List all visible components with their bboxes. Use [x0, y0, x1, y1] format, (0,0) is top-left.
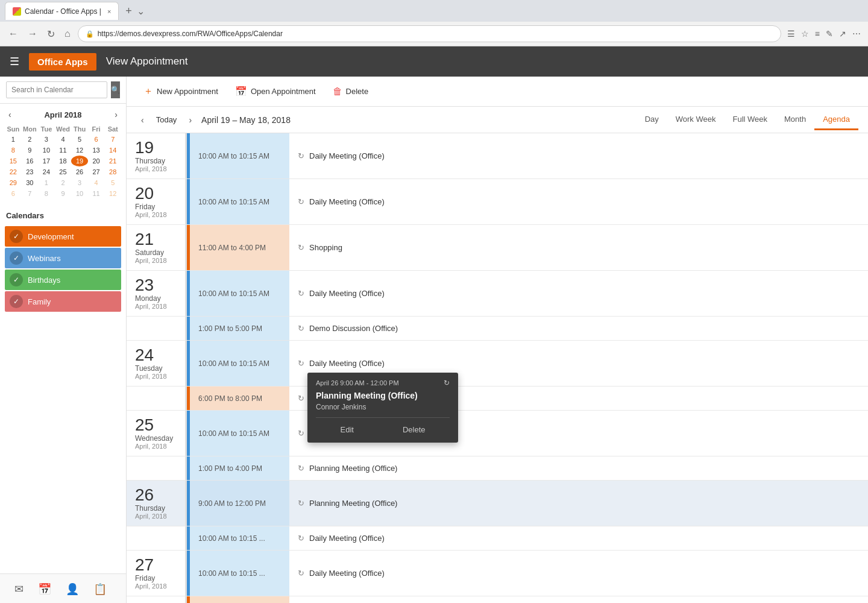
agenda-event-cell[interactable]: ↻ Demo Discussion (Office) — [289, 317, 868, 340]
cal-view-tab-month[interactable]: Month — [776, 110, 814, 130]
agenda-event-cell[interactable]: ↻ Shopping — [289, 225, 868, 270]
tooltip-refresh-icon[interactable]: ↻ — [444, 379, 450, 387]
mini-cal-day[interactable]: 12 — [104, 188, 121, 199]
cal-view-tab-agenda[interactable]: Agenda — [814, 110, 858, 130]
mini-cal-day[interactable]: 9 — [55, 188, 72, 199]
more-icon[interactable]: ⋯ — [851, 28, 862, 40]
agenda-event-row[interactable]: 24 Tuesday April, 2018 10:00 AM to 10:15… — [127, 341, 868, 387]
mini-cal-day[interactable]: 7 — [22, 188, 39, 199]
mini-cal-day[interactable]: 1 — [38, 177, 55, 188]
agenda-event-cell[interactable]: ↻ Daily Meeting (Office) — [289, 271, 868, 316]
calendar-item[interactable]: ✓ Development — [5, 226, 121, 247]
mini-cal-day[interactable]: 30 — [22, 177, 39, 188]
cal-view-tab-full-week[interactable]: Full Week — [724, 110, 776, 130]
new-appointment-btn[interactable]: ＋ New Appointment — [136, 81, 225, 101]
tab-overflow-btn[interactable]: ⌄ — [137, 5, 145, 17]
mini-cal-day[interactable]: 10 — [38, 145, 55, 156]
mini-cal-day[interactable]: 11 — [55, 145, 72, 156]
cal-view-tab-work-week[interactable]: Work Week — [667, 110, 725, 130]
mini-cal-day[interactable]: 25 — [55, 166, 72, 177]
delete-appointment-btn[interactable]: 🗑 Delete — [326, 83, 376, 101]
agenda-event-row[interactable]: 6:00 PM to 8:00 PM ↻ Gym — [127, 387, 868, 411]
mini-cal-day[interactable]: 23 — [22, 166, 39, 177]
cal-today-btn[interactable]: Today — [149, 113, 184, 127]
mini-cal-day[interactable]: 8 — [5, 145, 22, 156]
mini-cal-day[interactable]: 21 — [104, 156, 121, 166]
mail-nav-btn[interactable]: ✉ — [10, 578, 28, 601]
calendar-item[interactable]: ✓ Birthdays — [5, 270, 121, 290]
hamburger-menu-btn[interactable]: ☰ — [10, 55, 19, 68]
url-input[interactable] — [98, 30, 773, 38]
agenda-event-cell[interactable]: ↻ Daily Meeting (Office) — [289, 179, 868, 224]
agenda-event-cell[interactable]: ↻ Planning Meeting (Office) — [289, 456, 868, 480]
agenda-event-row[interactable]: 19 Thursday April, 2018 10:00 AM to 10:1… — [127, 133, 868, 179]
agenda-event-row[interactable]: 25 Wednesday April, 2018 10:00 AM to 10:… — [127, 411, 868, 456]
mini-cal-prev-btn[interactable]: ‹ — [5, 109, 15, 121]
agenda-event-row[interactable]: 10:00 AM to 10:15 ... ↻ Daily Meeting (O… — [127, 526, 868, 551]
mini-cal-day[interactable]: 2 — [55, 177, 72, 188]
mini-cal-day[interactable]: 6 — [5, 188, 22, 199]
open-appointment-btn[interactable]: 📅 Open Appointment — [228, 82, 323, 101]
address-bar[interactable]: 🔒 — [78, 25, 781, 42]
share-icon[interactable]: ↗ — [838, 28, 848, 40]
mini-cal-day[interactable]: 24 — [38, 166, 55, 177]
tasks-nav-btn[interactable]: 📋 — [89, 578, 112, 601]
mini-cal-day[interactable]: 3 — [38, 134, 55, 145]
agenda-event-cell[interactable]: ↻ Daily Meeting (Office) — [289, 526, 868, 550]
mini-cal-day[interactable]: 4 — [88, 177, 105, 188]
mini-cal-day[interactable]: 6 — [88, 134, 105, 145]
calendar-item[interactable]: ✓ Webinars — [5, 248, 121, 268]
new-tab-btn[interactable]: + — [121, 5, 136, 17]
mini-cal-day[interactable]: 5 — [71, 134, 88, 145]
agenda-event-row[interactable]: 27 Friday April, 2018 10:00 AM to 10:15 … — [127, 551, 868, 596]
mini-cal-day[interactable]: 22 — [5, 166, 22, 177]
calendar-item[interactable]: ✓ Family — [5, 291, 121, 312]
agenda-event-cell[interactable]: ↻ Shopping — [289, 596, 868, 603]
hub-icon[interactable]: ≡ — [814, 28, 821, 40]
mini-cal-day[interactable]: 12 — [71, 145, 88, 156]
calendar-nav-btn[interactable]: 📅 — [33, 578, 56, 601]
mini-cal-day[interactable]: 27 — [88, 166, 105, 177]
mini-cal-day[interactable]: 16 — [22, 156, 39, 166]
bookmark-list-icon[interactable]: ☰ — [786, 28, 796, 40]
tooltip-delete-btn[interactable]: Delete — [393, 423, 435, 437]
mini-cal-day[interactable]: 17 — [38, 156, 55, 166]
mini-cal-day[interactable]: 7 — [104, 134, 121, 145]
mini-cal-day[interactable]: 28 — [104, 166, 121, 177]
mini-cal-day[interactable]: 4 — [55, 134, 72, 145]
agenda-event-row[interactable]: 1:00 PM to 5:00 PM ↻ Demo Discussion (Of… — [127, 317, 868, 341]
cal-prev-btn[interactable]: ‹ — [136, 113, 149, 127]
mini-cal-day[interactable]: 29 — [5, 177, 22, 188]
agenda-event-cell[interactable]: ↻ Planning Meeting (Office) — [289, 481, 868, 526]
mini-cal-day[interactable]: 5 — [104, 177, 121, 188]
agenda-event-cell[interactable]: ↻ Daily Meeting (Office) — [289, 551, 868, 596]
refresh-btn[interactable]: ↻ — [45, 26, 57, 42]
mini-cal-day[interactable]: 13 — [88, 145, 105, 156]
star-icon[interactable]: ☆ — [800, 28, 810, 40]
pen-icon[interactable]: ✎ — [825, 28, 834, 40]
mini-cal-day[interactable]: 15 — [5, 156, 22, 166]
home-btn[interactable]: ⌂ — [62, 26, 73, 42]
mini-cal-day[interactable]: 19 — [71, 156, 88, 166]
mini-cal-day[interactable]: 9 — [22, 145, 39, 156]
browser-tab[interactable]: Calendar - Office Apps | × — [5, 2, 119, 20]
mini-cal-day[interactable]: 20 — [88, 156, 105, 166]
contacts-nav-btn[interactable]: 👤 — [61, 578, 84, 601]
mini-cal-day[interactable]: 3 — [71, 177, 88, 188]
agenda-event-row[interactable]: 26 Thursday April, 2018 9:00 AM to 12:00… — [127, 481, 868, 526]
agenda-event-row[interactable]: 28 Saturday April, 2018 11:00 AM to 4:00… — [127, 596, 868, 603]
tab-close-btn[interactable]: × — [107, 8, 111, 15]
agenda-event-row[interactable]: 21 Saturday April, 2018 11:00 AM to 4:00… — [127, 225, 868, 271]
agenda-event-cell[interactable]: ↻ Daily Meeting (Office) — [289, 133, 868, 178]
agenda-event-row[interactable]: 23 Monday April, 2018 10:00 AM to 10:15 … — [127, 271, 868, 317]
mini-cal-day[interactable]: 1 — [5, 134, 22, 145]
mini-cal-next-btn[interactable]: › — [111, 109, 121, 121]
mini-cal-day[interactable]: 10 — [71, 188, 88, 199]
agenda-event-row[interactable]: 1:00 PM to 4:00 PM ↻ Planning Meeting (O… — [127, 456, 868, 481]
tooltip-edit-btn[interactable]: Edit — [331, 423, 363, 437]
mini-cal-day[interactable]: 2 — [22, 134, 39, 145]
mini-cal-day[interactable]: 18 — [55, 156, 72, 166]
search-input[interactable] — [6, 81, 107, 98]
mini-cal-day[interactable]: 26 — [71, 166, 88, 177]
mini-cal-day[interactable]: 11 — [88, 188, 105, 199]
